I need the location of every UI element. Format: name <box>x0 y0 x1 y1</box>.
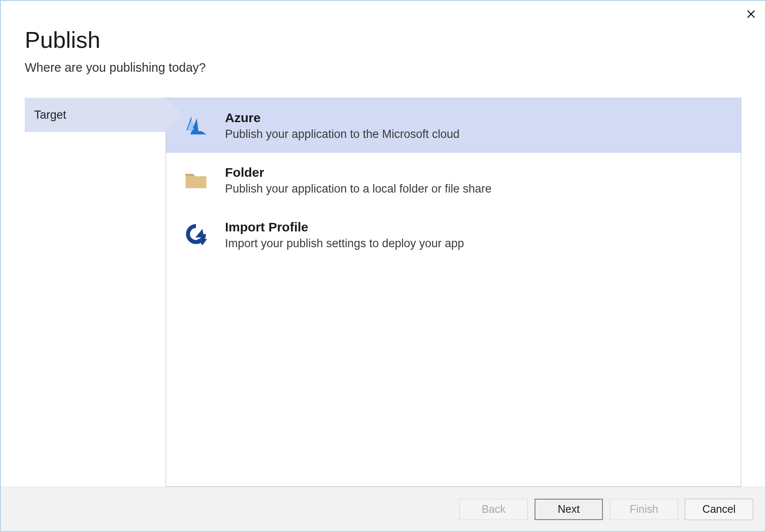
option-folder[interactable]: Folder Publish your application to a loc… <box>166 153 741 208</box>
next-button[interactable]: Next <box>535 499 603 520</box>
option-title: Import Profile <box>225 220 464 234</box>
option-import-profile[interactable]: Import Profile Import your publish setti… <box>166 208 741 262</box>
step-target-tab[interactable]: Target <box>25 98 166 132</box>
option-title: Folder <box>225 165 491 180</box>
close-icon <box>746 9 756 20</box>
cancel-button[interactable]: Cancel <box>685 499 753 520</box>
azure-icon <box>179 108 213 143</box>
target-options-panel: Azure Publish your application to the Mi… <box>166 98 741 487</box>
dialog-title: Publish <box>25 26 741 53</box>
publish-dialog: Publish Where are you publishing today? … <box>0 0 766 532</box>
option-description: Publish your application to the Microsof… <box>225 128 459 141</box>
step-sidebar: Target <box>25 98 166 487</box>
folder-icon <box>179 163 213 197</box>
step-label: Target <box>34 108 66 122</box>
close-button[interactable] <box>745 9 757 21</box>
option-description: Import your publish settings to deploy y… <box>225 237 464 250</box>
back-button[interactable]: Back <box>459 499 528 520</box>
import-icon <box>179 218 213 252</box>
dialog-header: Publish Where are you publishing today? <box>1 1 765 79</box>
dialog-subtitle: Where are you publishing today? <box>25 61 741 75</box>
option-azure[interactable]: Azure Publish your application to the Mi… <box>166 98 741 153</box>
option-title: Azure <box>225 111 459 125</box>
finish-button[interactable]: Finish <box>610 499 678 520</box>
option-description: Publish your application to a local fold… <box>225 182 491 196</box>
dialog-footer: Back Next Finish Cancel <box>1 487 765 531</box>
dialog-body: Target Azure Publish your application to… <box>1 79 765 487</box>
